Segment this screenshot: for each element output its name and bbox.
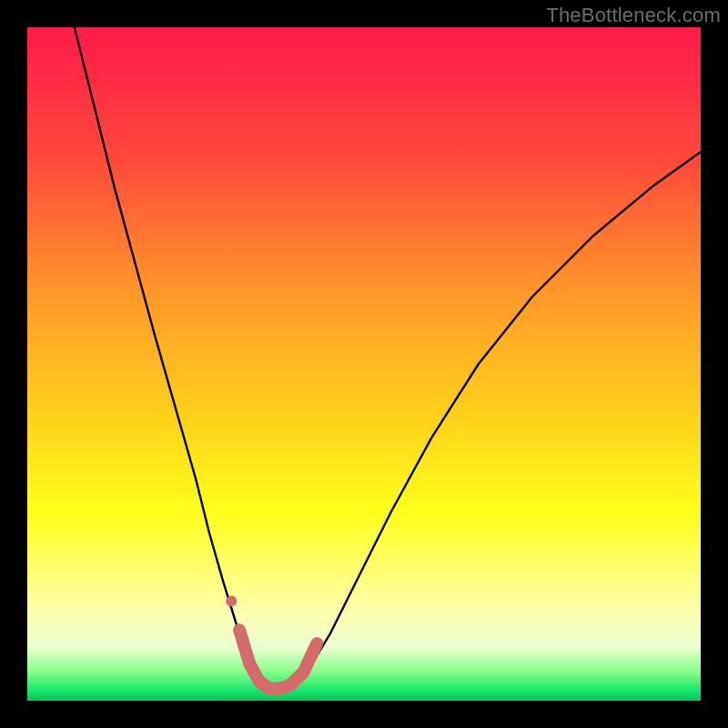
plot-area — [27, 27, 701, 701]
background-gradient — [27, 27, 701, 701]
watermark-text: TheBottleneck.com — [546, 4, 721, 27]
svg-rect-0 — [27, 27, 701, 701]
chart-frame — [27, 27, 701, 701]
